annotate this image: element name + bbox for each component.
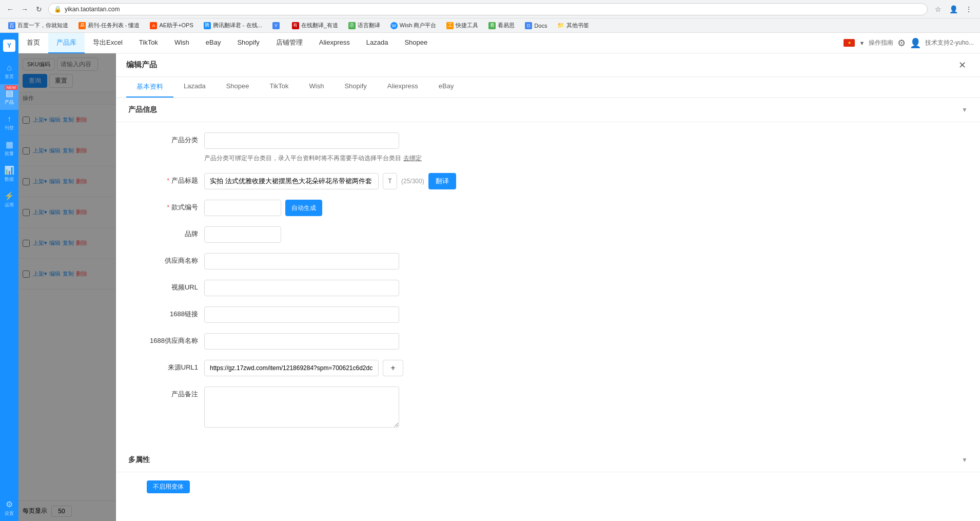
forward-button[interactable]: → bbox=[19, 4, 30, 14]
product-title-input[interactable] bbox=[204, 173, 379, 189]
bookmark-yikan[interactable]: 易 易刊-任务列表 - 懂道 bbox=[74, 21, 144, 30]
char-count: (25/300) bbox=[401, 178, 424, 185]
bookmark-wish[interactable]: W Wish 商户平台 bbox=[386, 21, 441, 30]
sidebar-item-data[interactable]: 📊 数据 bbox=[0, 161, 18, 187]
sidebar-item-app[interactable]: ⚡ 运用 bbox=[0, 187, 18, 213]
nav-home[interactable]: 首页 bbox=[18, 33, 48, 53]
modal-title: 编辑产品 bbox=[126, 60, 157, 70]
supplier-input[interactable] bbox=[204, 253, 399, 269]
tab-aliexpress[interactable]: Aliexpress bbox=[377, 77, 428, 98]
bookmark-others[interactable]: 📁 其他书签 bbox=[553, 21, 593, 30]
add-url-button[interactable]: + bbox=[383, 360, 403, 376]
modal-header: 编辑产品 ✕ bbox=[116, 53, 980, 77]
settings-icon: ⚙ bbox=[6, 499, 13, 509]
product-info-section-header[interactable]: 产品信息 ▼ bbox=[116, 98, 980, 122]
nav-ebay[interactable]: eBay bbox=[198, 33, 229, 53]
supplier-label: 供应商名称 bbox=[147, 253, 198, 265]
sidebar-item-batch[interactable]: ▦ 批量 bbox=[0, 136, 18, 161]
sidebar-item-publish[interactable]: ↑ 刊登 bbox=[0, 110, 18, 136]
1688-supplier-input[interactable] bbox=[204, 333, 399, 350]
bookmark-kanyi[interactable]: 看 看易思 bbox=[484, 21, 519, 30]
tab-shopify[interactable]: Shopify bbox=[334, 77, 377, 98]
bookmark-baidu[interactable]: 百 百度一下，你就知道 bbox=[4, 21, 72, 30]
nav-tiktok[interactable]: TikTok bbox=[131, 33, 166, 53]
back-button[interactable]: ← bbox=[5, 4, 15, 14]
sidebar-label-batch: 批量 bbox=[5, 150, 14, 157]
publish-icon: ↑ bbox=[7, 114, 11, 124]
sidebar-label-product: 产品 bbox=[5, 99, 14, 106]
bookmark-youdao2[interactable]: Y bbox=[268, 21, 286, 30]
modal-tabs: 基本资料 Lazada Shopee TikTok Wish Shopify A… bbox=[116, 77, 980, 98]
brand-input[interactable] bbox=[204, 226, 281, 243]
video-url-input[interactable] bbox=[204, 280, 399, 296]
category-bind-link[interactable]: 去绑定 bbox=[403, 151, 422, 163]
tab-lazada[interactable]: Lazada bbox=[173, 77, 216, 98]
sidebar-logo: Y bbox=[0, 33, 18, 59]
bookmark-youdao[interactable]: 有 在线翻译_有道 bbox=[288, 21, 342, 30]
sidebar-item-home[interactable]: ⌂ 首页 bbox=[0, 59, 18, 84]
url-text: yikan.taotantan.com bbox=[65, 6, 120, 13]
auto-gen-button[interactable]: 自动生成 bbox=[285, 200, 322, 216]
menu-button[interactable]: ⋮ bbox=[963, 3, 975, 15]
notes-textarea[interactable] bbox=[204, 387, 399, 428]
browser-chrome: ← → ↻ 🔒 yikan.taotantan.com ☆ 👤 ⋮ bbox=[0, 0, 980, 18]
attributes-collapse-icon: ▼ bbox=[962, 456, 968, 464]
nav-aliexpress[interactable]: Aliexpress bbox=[311, 33, 358, 53]
data-icon: 📊 bbox=[4, 165, 14, 175]
tab-ebay[interactable]: eBay bbox=[428, 77, 464, 98]
nav-shopify[interactable]: Shopify bbox=[229, 33, 267, 53]
nav-export-excel[interactable]: 导出Excel bbox=[85, 33, 131, 53]
profile-button[interactable]: 👤 bbox=[947, 3, 959, 15]
attributes-body: 不启用变体 bbox=[116, 472, 980, 501]
source-url-input[interactable] bbox=[204, 360, 379, 376]
bookmark-tools[interactable]: 工 快捷工具 bbox=[442, 21, 482, 30]
disable-variants-button[interactable]: 不启用变体 bbox=[147, 480, 190, 493]
nav-wish[interactable]: Wish bbox=[166, 33, 198, 53]
content-area: SKU编码 查询 重置 操作 上架▾ bbox=[18, 53, 980, 521]
top-nav-right: ★ ▼ 操作指南 ⚙ 👤 技术支持2-yuho... bbox=[844, 37, 980, 49]
modal-close-button[interactable]: ✕ bbox=[954, 57, 970, 73]
tab-wish[interactable]: Wish bbox=[299, 77, 335, 98]
tab-tiktok[interactable]: TikTok bbox=[259, 77, 299, 98]
sidebar-label-app: 运用 bbox=[5, 202, 14, 208]
bookmark-star-button[interactable]: ☆ bbox=[932, 3, 944, 15]
app-icon: ⚡ bbox=[4, 191, 14, 201]
flag-dropdown-icon: ▼ bbox=[859, 40, 865, 46]
user-icon[interactable]: 👤 bbox=[910, 37, 921, 49]
language-flag[interactable]: ★ bbox=[844, 39, 855, 47]
collapse-icon: ▼ bbox=[962, 106, 968, 113]
refresh-button[interactable]: ↻ bbox=[34, 4, 44, 14]
category-input[interactable] bbox=[204, 132, 399, 149]
attributes-section-header[interactable]: 多属性 ▼ bbox=[116, 448, 980, 472]
1688-supplier-label: 1688供应商名称 bbox=[147, 333, 198, 345]
form-row-style-code: 款式编号 自动生成 bbox=[147, 200, 949, 216]
source-url-label: 来源URL1 bbox=[147, 360, 198, 372]
bookmark-docs[interactable]: D Docs bbox=[521, 21, 551, 30]
nav-product-library[interactable]: 产品库 bbox=[48, 33, 85, 53]
address-bar[interactable]: 🔒 yikan.taotantan.com bbox=[48, 3, 928, 15]
brand-label: 品牌 bbox=[147, 226, 198, 239]
modal-overlay: 编辑产品 ✕ 基本资料 Lazada Shopee TikTok Wish Sh… bbox=[18, 53, 980, 521]
format-text-button[interactable]: T bbox=[383, 173, 397, 189]
bookmarks-bar: 百 百度一下，你就知道 易 易刊-任务列表 - 懂道 A AE助手+OPS 腾 … bbox=[0, 18, 980, 33]
bookmark-ae[interactable]: A AE助手+OPS bbox=[146, 21, 197, 30]
nav-lazada[interactable]: Lazada bbox=[358, 33, 397, 53]
form-row-title: 产品标题 T (25/300) 翻译 bbox=[147, 173, 949, 189]
tab-basic-info[interactable]: 基本资料 bbox=[126, 77, 173, 98]
translate-button[interactable]: 翻译 bbox=[428, 173, 456, 189]
bookmark-tencent[interactable]: 腾 腾讯翻译君 - 在线... bbox=[200, 21, 266, 30]
form-row-1688-link: 1688链接 bbox=[147, 306, 949, 323]
new-badge: NEW bbox=[5, 85, 17, 90]
1688-link-input[interactable] bbox=[204, 306, 399, 323]
source-url-group: + bbox=[204, 360, 403, 376]
nav-store-mgmt[interactable]: 店铺管理 bbox=[268, 33, 311, 53]
style-code-input[interactable] bbox=[204, 200, 281, 216]
form-row-supplier: 供应商名称 bbox=[147, 253, 949, 269]
nav-shopee[interactable]: Shopee bbox=[396, 33, 436, 53]
sidebar-item-settings[interactable]: ⚙ 设置 bbox=[0, 495, 18, 521]
top-navigation: 首页 产品库 导出Excel TikTok Wish eBay Shopify … bbox=[18, 33, 980, 53]
settings-btn[interactable]: ⚙ bbox=[897, 37, 906, 49]
operations-guide[interactable]: 操作指南 bbox=[869, 38, 893, 47]
tab-shopee[interactable]: Shopee bbox=[216, 77, 260, 98]
bookmark-lang[interactable]: 语 语言翻译 bbox=[344, 21, 384, 30]
